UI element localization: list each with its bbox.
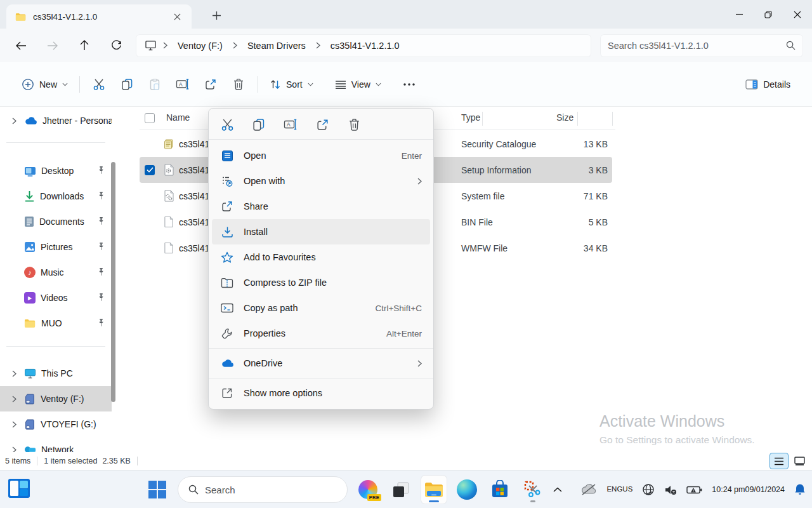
breadcrumb-segment-drive[interactable]: Ventoy (F:) <box>171 38 229 53</box>
minimize-button[interactable] <box>724 0 754 29</box>
breadcrumb-segment-current[interactable]: cs35l41-V1.2.1.0 <box>324 38 406 53</box>
no-internet-icon[interactable] <box>642 483 655 496</box>
toolbar-divider <box>79 76 80 93</box>
column-divider[interactable] <box>577 112 578 126</box>
explorer-search-input[interactable] <box>608 41 786 51</box>
menu-item-properties[interactable]: Properties Alt+Enter <box>212 321 430 346</box>
notification-bell-icon[interactable] <box>794 483 806 496</box>
sidebar-item-music[interactable]: ♪ Music <box>0 260 112 285</box>
column-divider[interactable] <box>482 112 483 126</box>
delete-icon[interactable] <box>347 117 361 131</box>
menu-item-copy-as-path[interactable]: Copy as path Ctrl+Shift+C <box>212 295 430 321</box>
svg-text:A: A <box>179 81 183 88</box>
menu-item-label: Open <box>244 150 392 161</box>
row-checkbox[interactable] <box>145 139 155 149</box>
clock[interactable]: 10:24 pm 09/01/2024 <box>712 485 785 495</box>
menu-item-onedrive[interactable]: OneDrive <box>212 351 430 376</box>
select-all-checkbox[interactable] <box>145 113 155 123</box>
snipping-tool-icon[interactable] <box>520 476 546 504</box>
search-icon[interactable] <box>786 41 796 50</box>
microsoft-store-icon[interactable] <box>487 476 513 504</box>
sidebar-item-downloads[interactable]: Downloads <box>0 184 112 209</box>
more-options-button[interactable] <box>395 72 423 97</box>
copy-button[interactable] <box>113 72 141 97</box>
hidden-icons-chevron[interactable] <box>553 487 562 492</box>
tab-close-icon[interactable] <box>169 8 185 25</box>
details-pane-button[interactable]: Details <box>739 74 797 95</box>
cut-icon[interactable] <box>220 117 234 131</box>
explorer-tab[interactable]: cs35l41-V1.2.1.0 <box>6 4 192 29</box>
breadcrumb-segment-folder[interactable]: Steam Drivers <box>241 38 312 53</box>
delete-button[interactable] <box>225 72 252 97</box>
up-button[interactable] <box>76 37 93 54</box>
menu-item-show-more-options[interactable]: Show more options <box>212 380 430 406</box>
menu-item-open[interactable]: Open Enter <box>212 143 430 168</box>
sidebar-item-vtoyefi[interactable]: VTOYEFI (G:) <box>0 411 112 437</box>
sidebar-item-muo[interactable]: MUO <box>0 311 112 336</box>
menu-item-label: Copy as path <box>244 303 365 313</box>
menu-item-add-to-favourites[interactable]: Add to Favourites <box>212 244 430 270</box>
view-button[interactable]: View <box>329 74 388 95</box>
taskbar-search-input[interactable] <box>205 485 337 495</box>
rename-icon[interactable]: A <box>284 117 298 131</box>
share-button[interactable] <box>197 72 225 97</box>
cut-button[interactable] <box>85 72 113 97</box>
sidebar-item-pictures[interactable]: Pictures <box>0 234 112 260</box>
paste-button[interactable] <box>141 72 169 97</box>
details-view-toggle[interactable] <box>770 453 788 469</box>
edge-icon[interactable] <box>454 476 480 504</box>
menu-item-install[interactable]: Install <box>212 219 430 244</box>
svg-text:A: A <box>287 121 291 128</box>
start-button[interactable] <box>145 476 170 504</box>
row-checkbox[interactable] <box>145 243 155 253</box>
rename-button[interactable]: A <box>169 72 197 97</box>
language-indicator[interactable]: ENG US <box>606 485 632 494</box>
sidebar-item-videos[interactable]: ▶ Videos <box>0 285 112 311</box>
column-header-size[interactable]: Size <box>556 112 573 123</box>
sidebar-item-network[interactable]: Network <box>0 437 112 452</box>
menu-item-label: Add to Favourites <box>244 252 422 262</box>
sidebar-item-this-pc[interactable]: This PC <box>0 361 112 386</box>
column-header-type[interactable]: Type <box>461 112 480 123</box>
forward-button[interactable] <box>44 37 61 54</box>
close-button[interactable] <box>783 0 812 29</box>
share-icon[interactable] <box>315 117 329 131</box>
column-divider[interactable] <box>612 112 613 126</box>
restore-button[interactable] <box>754 0 783 29</box>
menu-item-open-with[interactable]: Open with <box>212 168 430 194</box>
menu-item-compress-zip[interactable]: Compress to ZIP file <box>212 270 430 295</box>
sidebar-item-label: This PC <box>41 368 112 378</box>
this-pc-icon[interactable] <box>142 40 159 51</box>
item-count: 5 items <box>5 457 30 465</box>
row-checkbox[interactable] <box>145 191 155 201</box>
install-icon <box>220 226 234 238</box>
file-explorer-icon[interactable] <box>421 476 447 504</box>
chevron-right-icon <box>9 396 19 403</box>
back-button[interactable] <box>13 37 29 54</box>
file-name: cs35l41 <box>179 139 209 149</box>
row-checkbox[interactable] <box>145 217 155 227</box>
column-header-name[interactable]: Name <box>166 112 190 123</box>
sidebar-item-label: Jhetner - Persona <box>43 116 112 126</box>
widgets-icon[interactable] <box>8 478 30 498</box>
row-checkbox-checked[interactable] <box>145 165 155 175</box>
selection-count: 1 item selected <box>44 457 97 465</box>
sidebar-item-desktop[interactable]: Desktop <box>0 158 112 184</box>
task-view-icon[interactable] <box>388 476 414 504</box>
onedrive-paused-icon[interactable] <box>580 484 597 495</box>
sidebar-scrollbar[interactable] <box>111 162 115 402</box>
copilot-icon[interactable]: PRE <box>355 476 381 504</box>
muted-speaker-icon[interactable] <box>664 485 677 495</box>
copy-icon[interactable] <box>252 117 266 131</box>
new-tab-button[interactable] <box>207 6 226 25</box>
setup-information-file-icon <box>162 164 175 177</box>
sort-button[interactable]: Sort <box>263 74 320 95</box>
battery-warning-icon[interactable] <box>686 485 702 495</box>
sidebar-item-onedrive[interactable]: Jhetner - Persona <box>0 108 112 133</box>
sidebar-item-documents[interactable]: Documents <box>0 209 112 234</box>
sidebar-item-ventoy[interactable]: Ventoy (F:) <box>0 386 112 411</box>
refresh-button[interactable] <box>108 37 124 54</box>
thumbnails-view-toggle[interactable] <box>790 453 808 469</box>
menu-item-share[interactable]: Share <box>212 194 430 219</box>
new-button[interactable]: New <box>15 73 74 96</box>
